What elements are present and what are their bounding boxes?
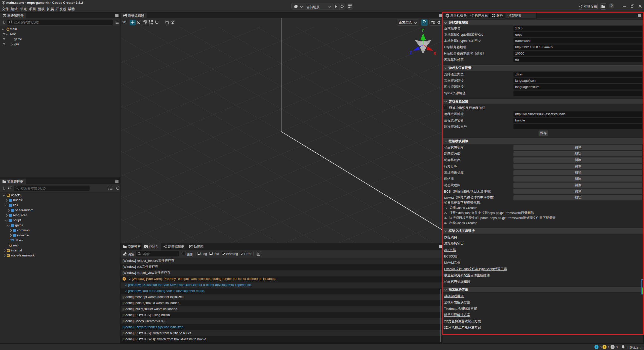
svg-text:Z: Z	[410, 51, 412, 55]
svg-text:X: X	[433, 51, 436, 56]
svg-text:Y: Y	[421, 28, 424, 32]
